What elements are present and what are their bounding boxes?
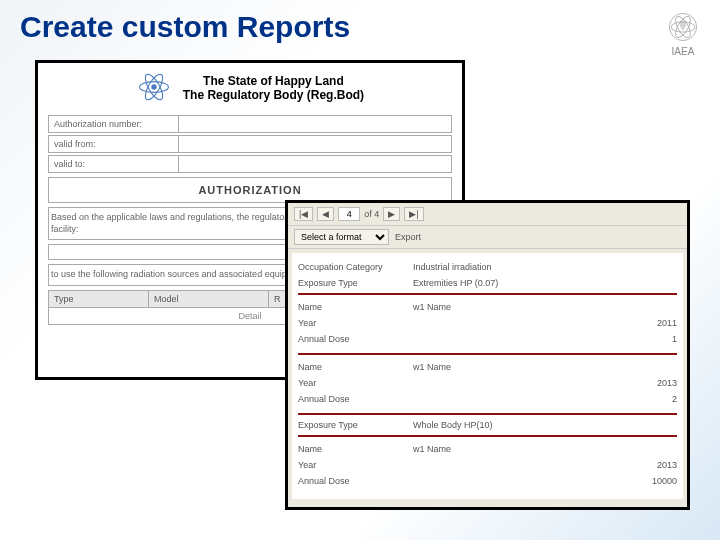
occupation-category-label: Occupation Category xyxy=(298,262,413,272)
rec1-name-label: Name xyxy=(298,302,413,312)
doc1-org-line2: The Regulatory Body (Reg.Bod) xyxy=(183,88,364,102)
rec1-year-label: Year xyxy=(298,318,413,328)
rec1-name-value: w1 Name xyxy=(413,302,677,312)
rec3-year-label: Year xyxy=(298,460,413,470)
section-divider xyxy=(298,413,677,415)
report-body: Occupation Category Industrial irradiati… xyxy=(292,253,683,499)
col-model: Model xyxy=(149,291,269,307)
report-viewer-doc: |◀ ◀ of 4 ▶ ▶| Select a format Export Oc… xyxy=(285,200,690,510)
svg-point-7 xyxy=(151,84,156,89)
pager-page-input[interactable] xyxy=(338,207,360,221)
value-auth-number xyxy=(179,116,451,132)
rec2-year-label: Year xyxy=(298,378,413,388)
exposure-type-value-1: Extremities HP (0.07) xyxy=(413,278,677,288)
row-valid-from: valid from: xyxy=(48,135,452,153)
pager-of-label: of 4 xyxy=(364,209,379,219)
pager-prev-button[interactable]: ◀ xyxy=(317,207,334,221)
row-valid-to: valid to: xyxy=(48,155,452,173)
rec3-name-label: Name xyxy=(298,444,413,454)
iaea-label: IAEA xyxy=(666,46,700,57)
section-divider xyxy=(298,435,677,437)
pager-last-button[interactable]: ▶| xyxy=(404,207,423,221)
rec1-year-value: 2011 xyxy=(617,318,677,328)
atom-icon xyxy=(136,69,172,105)
kv-exposure-type-2: Exposure Type Whole Body HP(10) xyxy=(298,417,677,433)
kv-occupation-category: Occupation Category Industrial irradiati… xyxy=(298,259,677,275)
exposure-type-label-2: Exposure Type xyxy=(298,420,413,430)
section-divider xyxy=(298,293,677,295)
page-title: Create custom Reports xyxy=(20,10,350,44)
occupation-category-value: Industrial irradiation xyxy=(413,262,677,272)
iaea-badge: IAEA xyxy=(666,10,700,57)
doc1-org-line1: The State of Happy Land xyxy=(183,74,364,88)
report-pager-toolbar: |◀ ◀ of 4 ▶ ▶| xyxy=(288,203,687,226)
report-export-toolbar: Select a format Export xyxy=(288,226,687,249)
slide-header: Create custom Reports IAEA xyxy=(0,0,720,63)
exposure-type-label-1: Exposure Type xyxy=(298,278,413,288)
value-valid-from xyxy=(179,136,451,152)
rec1-dose-label: Annual Dose xyxy=(298,334,413,344)
pager-first-button[interactable]: |◀ xyxy=(294,207,313,221)
rec3-dose-value: 10000 xyxy=(617,476,677,486)
exposure-type-value-2: Whole Body HP(10) xyxy=(413,420,677,430)
record-1: Namew1 Name Year2011 Annual Dose1 xyxy=(298,297,677,351)
label-valid-to: valid to: xyxy=(49,156,179,172)
pager-next-button[interactable]: ▶ xyxy=(383,207,400,221)
col-type: Type xyxy=(49,291,149,307)
rec3-name-value: w1 Name xyxy=(413,444,677,454)
rec2-name-value: w1 Name xyxy=(413,362,677,372)
doc1-header: The State of Happy Land The Regulatory B… xyxy=(48,69,452,107)
export-format-select[interactable]: Select a format xyxy=(294,229,389,245)
label-valid-from: valid from: xyxy=(49,136,179,152)
kv-exposure-type-1: Exposure Type Extremities HP (0.07) xyxy=(298,275,677,291)
export-link[interactable]: Export xyxy=(395,232,421,242)
rec2-name-label: Name xyxy=(298,362,413,372)
iaea-logo-icon xyxy=(666,10,700,44)
rec3-year-value: 2013 xyxy=(617,460,677,470)
rec2-year-value: 2013 xyxy=(617,378,677,388)
rec1-dose-value: 1 xyxy=(617,334,677,344)
record-3: Namew1 Name Year2013 Annual Dose10000 xyxy=(298,439,677,493)
row-auth-number: Authorization number: xyxy=(48,115,452,133)
value-valid-to xyxy=(179,156,451,172)
record-divider xyxy=(298,353,677,355)
rec2-dose-value: 2 xyxy=(617,394,677,404)
label-auth-number: Authorization number: xyxy=(49,116,179,132)
record-2: Namew1 Name Year2013 Annual Dose2 xyxy=(298,357,677,411)
rec3-dose-label: Annual Dose xyxy=(298,476,413,486)
rec2-dose-label: Annual Dose xyxy=(298,394,413,404)
